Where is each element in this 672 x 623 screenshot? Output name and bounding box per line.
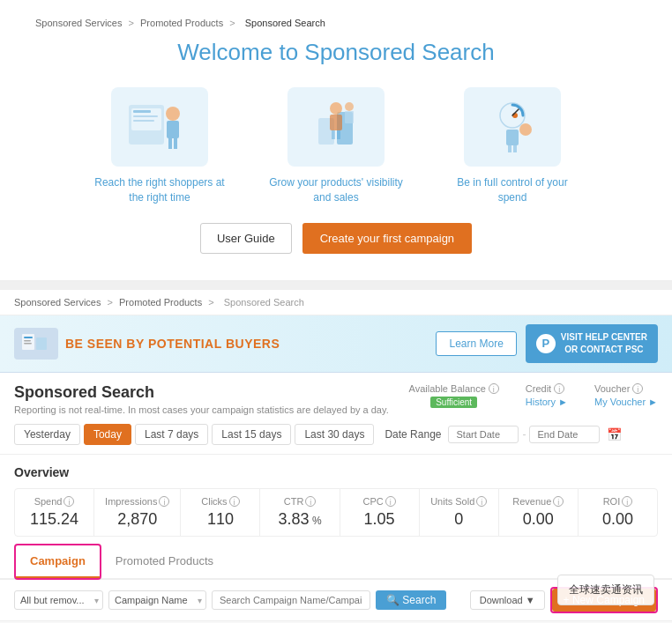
campaign-tab[interactable]: Campaign xyxy=(16,545,100,578)
banner-text-main: BE SEEN BY POTENTIAL BUYERS xyxy=(65,337,280,351)
svg-rect-28 xyxy=(24,343,32,345)
last-15-days-button[interactable]: Last 15 days xyxy=(212,424,291,445)
welcome-buttons: User Guide Create your first campaign xyxy=(35,223,637,254)
svg-rect-12 xyxy=(330,115,342,130)
metric-cpc-value: 1.05 xyxy=(351,510,408,529)
svg-rect-7 xyxy=(133,115,158,117)
breadcrumb-promoted-products[interactable]: Promoted Products xyxy=(140,18,223,28)
voucher-item: Voucher i My Voucher ► xyxy=(594,383,658,408)
today-button[interactable]: Today xyxy=(84,424,131,445)
cpc-info-icon[interactable]: i xyxy=(385,496,396,507)
revenue-info-icon[interactable]: i xyxy=(553,496,564,507)
welcome-title: Welcome to Sponsored Search xyxy=(35,39,637,66)
learn-more-button[interactable]: Learn More xyxy=(436,331,516,356)
feature-card-visibility-text: Grow your products' visibility and sales xyxy=(265,175,407,205)
svg-rect-5 xyxy=(174,138,177,149)
credit-item: Credit i History ► xyxy=(526,383,568,408)
breadcrumb-dash: Sponsored Services > Promoted Products >… xyxy=(0,290,672,315)
feature-card-shoppers: Reach the right shoppers at the right ti… xyxy=(89,87,230,205)
user-guide-button[interactable]: User Guide xyxy=(200,223,292,254)
credit-info-icon[interactable]: i xyxy=(554,383,564,394)
available-balance-value: Sufficient xyxy=(409,396,499,408)
sufficient-badge: Sufficient xyxy=(430,397,477,408)
metric-impressions-value: 2,870 xyxy=(105,510,169,529)
svg-rect-13 xyxy=(332,130,335,139)
impressions-info-icon[interactable]: i xyxy=(159,496,169,507)
ctr-info-icon[interactable]: i xyxy=(305,496,316,507)
history-link[interactable]: History ► xyxy=(526,397,568,407)
help-center-box[interactable]: P VISIT HELP CENTER OR CONTACT PSC xyxy=(526,324,658,363)
yesterday-button[interactable]: Yesterday xyxy=(14,424,80,445)
svg-rect-14 xyxy=(337,130,340,139)
ss-title-row: Sponsored Search Reporting is not real-t… xyxy=(14,383,658,415)
sponsored-search-header: Sponsored Search Reporting is not real-t… xyxy=(0,373,672,415)
ss-title-left: Sponsored Search Reporting is not real-t… xyxy=(14,383,389,415)
ss-subtitle: Reporting is not real-time. In most case… xyxy=(14,404,389,415)
promoted-products-tab[interactable]: Promoted Products xyxy=(101,545,228,578)
available-balance-item: Available Balance i Sufficient xyxy=(409,383,499,408)
breadcrumb-top: Sponsored Services > Promoted Products >… xyxy=(35,18,637,28)
last-7-days-button[interactable]: Last 7 days xyxy=(135,424,208,445)
promo-banner: BE SEEN BY POTENTIAL BUYERS Learn More P… xyxy=(0,315,672,373)
overview-title: Overview xyxy=(14,465,658,479)
svg-point-15 xyxy=(345,102,354,111)
units-sold-info-icon[interactable]: i xyxy=(476,496,487,507)
campaign-name-select[interactable]: Campaign Name xyxy=(108,590,206,610)
svg-rect-22 xyxy=(508,145,511,152)
banner-highlight: BUYERS xyxy=(226,337,280,351)
svg-rect-4 xyxy=(168,138,172,149)
campaign-search-input[interactable] xyxy=(212,590,370,610)
available-balance-label: Available Balance i xyxy=(409,383,499,394)
my-voucher-link[interactable]: My Voucher ► xyxy=(594,397,658,407)
metric-cpc-label: CPC i xyxy=(351,496,408,507)
svg-rect-27 xyxy=(24,340,31,342)
credit-label: Credit i xyxy=(526,383,568,394)
svg-point-11 xyxy=(330,102,342,115)
metric-revenue: Revenue i 0.00 xyxy=(499,489,579,536)
banner-icon xyxy=(14,328,58,360)
all-remove-select[interactable]: All but remov... xyxy=(14,590,103,610)
svg-rect-25 xyxy=(36,337,47,350)
feature-illustration-shoppers xyxy=(111,87,208,167)
metric-roi-value: 0.00 xyxy=(589,510,646,529)
feature-card-spend-text: Be in full control of your spend xyxy=(442,175,583,205)
metric-revenue-label: Revenue i xyxy=(510,496,567,507)
available-balance-info-icon[interactable]: i xyxy=(489,383,499,394)
feature-card-visibility: Grow your products' visibility and sales xyxy=(265,87,407,205)
end-date-input[interactable] xyxy=(529,426,600,443)
metric-spend-label: Spend i xyxy=(26,496,83,507)
breadcrumb-dash-promoted-products[interactable]: Promoted Products xyxy=(119,297,202,308)
svg-rect-6 xyxy=(133,110,151,113)
feature-illustration-spend xyxy=(464,87,561,167)
voucher-info-icon[interactable]: i xyxy=(632,383,643,394)
last-30-days-button[interactable]: Last 30 days xyxy=(295,424,374,445)
create-campaign-button[interactable]: Create your first campaign xyxy=(302,223,472,254)
breadcrumb-dash-sponsored-services[interactable]: Sponsored Services xyxy=(14,297,101,308)
svg-point-2 xyxy=(166,107,180,121)
spend-info-icon[interactable]: i xyxy=(63,496,74,507)
download-button[interactable]: Download ▼ xyxy=(470,590,545,610)
campaign-name-select-wrapper: Campaign Name xyxy=(108,590,206,610)
date-filter: Yesterday Today Last 7 days Last 15 days… xyxy=(0,415,672,455)
breadcrumb-sponsored-services[interactable]: Sponsored Services xyxy=(35,18,122,28)
overview-section: Overview Spend i 115.24 Impressions i 2,… xyxy=(0,455,672,544)
metric-units-sold-label: Units Sold i xyxy=(430,496,488,507)
metric-ctr-label: CTR i xyxy=(271,496,328,507)
svg-point-20 xyxy=(519,123,532,136)
banner-text: BE SEEN BY POTENTIAL BUYERS xyxy=(65,337,280,351)
help-text: VISIT HELP CENTER OR CONTACT PSC xyxy=(561,331,647,356)
svg-rect-23 xyxy=(513,145,517,152)
metric-spend: Spend i 115.24 xyxy=(15,489,94,536)
voucher-link-value: My Voucher ► xyxy=(594,396,658,408)
clicks-info-icon[interactable]: i xyxy=(229,496,240,507)
breadcrumb-dash-sponsored-search: Sponsored Search xyxy=(224,297,304,308)
breadcrumb-sponsored-search-top: Sponsored Search xyxy=(245,18,325,28)
metric-impressions: Impressions i 2,870 xyxy=(94,489,181,536)
voucher-label: Voucher i xyxy=(594,383,658,394)
start-date-input[interactable] xyxy=(448,426,519,443)
metric-ctr-value: 3.83 % xyxy=(271,510,328,529)
ss-balance-row: Available Balance i Sufficient Credit i … xyxy=(409,383,658,408)
roi-info-icon[interactable]: i xyxy=(622,496,632,507)
metric-clicks-label: Clicks i xyxy=(191,496,249,507)
search-button[interactable]: 🔍 Search xyxy=(376,590,446,610)
